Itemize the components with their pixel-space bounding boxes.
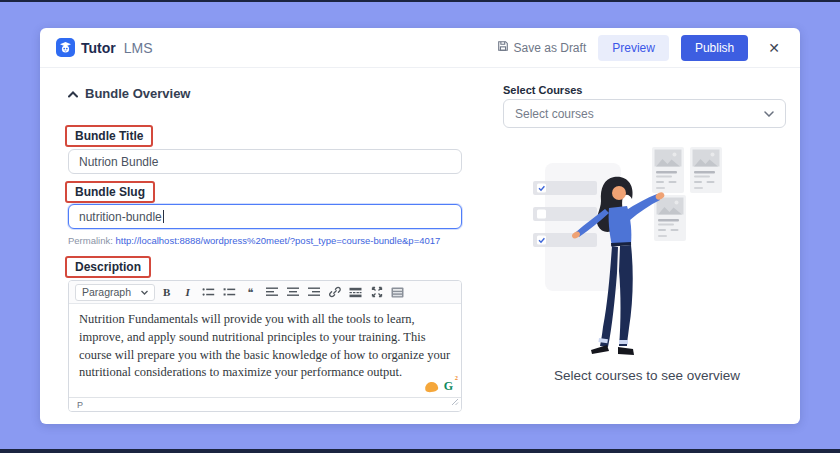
course-card-3 xyxy=(654,195,686,241)
empty-state-caption: Select courses to see overview xyxy=(508,368,786,383)
grammarly-g-glyph: G xyxy=(444,379,453,393)
permalink-label: Permalink: xyxy=(68,235,113,246)
save-as-draft-button[interactable]: Save as Draft xyxy=(497,40,587,55)
grammarly-tone-icon[interactable] xyxy=(424,381,438,393)
bulleted-list-button[interactable] xyxy=(199,284,218,301)
description-editor: Paragraph B I xyxy=(68,280,462,412)
align-right-icon xyxy=(308,287,320,297)
align-left-icon xyxy=(266,287,278,297)
bottom-edge-strip xyxy=(0,449,840,453)
align-right-button[interactable] xyxy=(304,284,323,301)
description-text: Nutrition Fundamentals will provide you … xyxy=(79,312,450,379)
editor-path: P xyxy=(77,400,83,410)
align-center-icon xyxy=(287,287,299,297)
bundle-slug-value: nutrition-bundle xyxy=(79,210,162,224)
bundle-title-label: Bundle Title xyxy=(65,125,153,147)
brand-suffix: LMS xyxy=(124,40,153,56)
editor-statusbar: P xyxy=(69,397,461,412)
paragraph-dropdown[interactable]: Paragraph xyxy=(75,284,155,301)
insert-link-button[interactable] xyxy=(325,284,344,301)
chevron-down-icon xyxy=(764,111,774,117)
header-bar: Tutor LMS Save as Draft Preview Publish … xyxy=(40,28,800,68)
fullscreen-icon xyxy=(371,286,383,298)
numbered-list-button[interactable] xyxy=(220,284,239,301)
close-icon[interactable]: ✕ xyxy=(764,38,784,58)
header-actions: Save as Draft Preview Publish ✕ xyxy=(497,35,784,61)
tutor-lms-logo: Tutor LMS xyxy=(56,38,153,57)
bundle-slug-input[interactable]: nutrition-bundle xyxy=(68,204,462,229)
top-edge-strip xyxy=(0,0,840,2)
select-courses-label: Select Courses xyxy=(503,84,582,96)
bold-icon: B xyxy=(163,286,170,298)
tutor-owl-icon xyxy=(56,38,75,57)
text-cursor xyxy=(163,210,164,223)
resize-handle-icon[interactable] xyxy=(451,392,459,410)
bundle-builder-window: Tutor LMS Save as Draft Preview Publish … xyxy=(40,28,800,424)
paragraph-dropdown-label: Paragraph xyxy=(82,286,131,298)
italic-icon: I xyxy=(185,286,189,298)
preview-button[interactable]: Preview xyxy=(598,35,669,61)
align-left-button[interactable] xyxy=(262,284,281,301)
align-center-button[interactable] xyxy=(283,284,302,301)
numbered-list-icon xyxy=(223,287,236,298)
permalink-link[interactable]: http://localhost:8888/wordpress%20meet/?… xyxy=(116,235,441,246)
editor-toolbar: Paragraph B I xyxy=(69,281,461,304)
description-label: Description xyxy=(65,256,151,278)
save-as-draft-label: Save as Draft xyxy=(514,41,587,55)
course-card-2 xyxy=(690,147,722,193)
fullscreen-button[interactable] xyxy=(367,284,386,301)
permalink-row: Permalink: http://localhost:8888/wordpre… xyxy=(68,235,440,246)
illustration-checkbox-list xyxy=(533,181,597,247)
select-courses-placeholder: Select courses xyxy=(515,107,594,121)
bundle-title-input[interactable]: Nutrion Bundle xyxy=(68,149,462,174)
toolbar-toggle-button[interactable] xyxy=(388,284,407,301)
bundle-title-value: Nutrion Bundle xyxy=(79,155,158,169)
read-more-button[interactable] xyxy=(346,284,365,301)
chevron-up-icon xyxy=(68,84,78,102)
save-icon xyxy=(497,40,509,55)
toolbar-toggle-icon xyxy=(391,287,404,298)
section-title: Bundle Overview xyxy=(85,86,190,101)
grammarly-icon[interactable]: G 2 xyxy=(444,380,453,392)
bold-button[interactable]: B xyxy=(157,284,176,301)
read-more-icon xyxy=(349,287,362,298)
bundle-slug-label: Bundle Slug xyxy=(65,181,155,203)
bulleted-list-icon xyxy=(202,287,215,298)
grammarly-widget: G 2 xyxy=(425,380,453,392)
course-card-1 xyxy=(652,147,684,193)
link-icon xyxy=(329,286,341,298)
empty-state-illustration xyxy=(515,131,775,370)
grammarly-count-badge: 2 xyxy=(455,375,458,382)
description-content-area[interactable]: Nutrition Fundamentals will provide you … xyxy=(69,304,461,397)
italic-button[interactable]: I xyxy=(178,284,197,301)
publish-button[interactable]: Publish xyxy=(681,35,748,61)
blockquote-button[interactable] xyxy=(241,284,260,301)
select-courses-dropdown[interactable]: Select courses xyxy=(503,99,786,128)
brand-name: Tutor xyxy=(81,40,116,56)
bundle-overview-toggle[interactable]: Bundle Overview xyxy=(68,84,190,102)
page-background: Tutor LMS Save as Draft Preview Publish … xyxy=(0,0,840,453)
caret-down-icon xyxy=(141,290,148,295)
